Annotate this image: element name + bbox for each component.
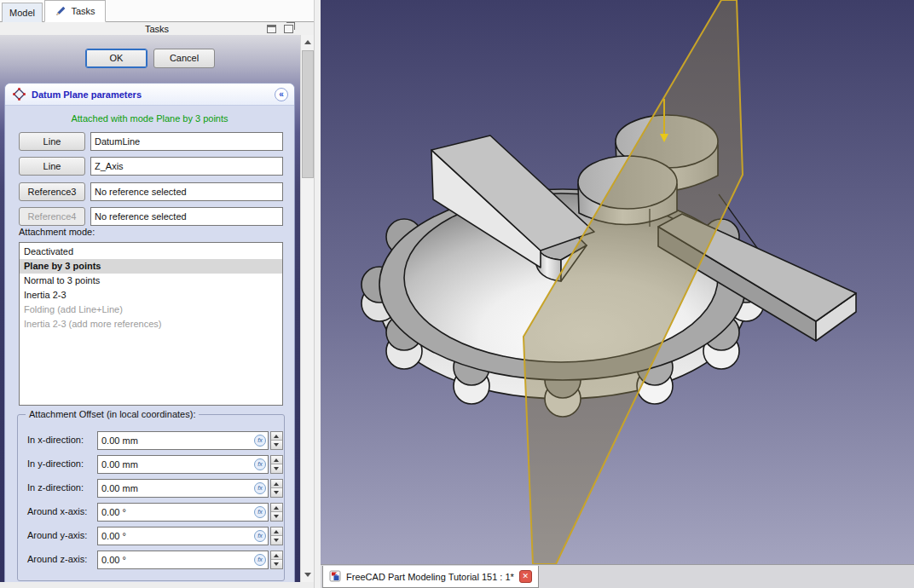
attachment-mode-label: Attachment mode:	[19, 227, 95, 237]
angle-z-label: Around z-axis:	[27, 554, 87, 564]
angle-y-label: Around y-axis:	[27, 530, 87, 540]
attachment-mode-list[interactable]: Deactivated Plane by 3 points Normal to …	[19, 242, 283, 406]
offset-y-stepper[interactable]	[270, 455, 283, 474]
spin-down-icon[interactable]	[271, 464, 282, 473]
mode-deactivated[interactable]: Deactivated	[20, 245, 282, 259]
offset-row: In y-direction: fx	[18, 455, 284, 474]
3d-scene	[321, 0, 914, 564]
angle-y-input[interactable]	[98, 527, 252, 545]
reference-row: Line	[5, 132, 294, 151]
expression-icon[interactable]: fx	[254, 506, 266, 518]
spin-up-icon[interactable]	[271, 432, 282, 441]
angle-y-field: fx	[97, 527, 269, 545]
offset-y-field: fx	[97, 455, 269, 474]
offset-y-input[interactable]	[98, 456, 252, 473]
reference2-input[interactable]	[90, 157, 283, 176]
tasks-titlebar: Tasks	[0, 23, 314, 35]
angle-z-stepper[interactable]	[270, 551, 283, 569]
angle-y-stepper[interactable]	[270, 527, 283, 545]
offset-y-label: In y-direction:	[27, 458, 84, 469]
offset-x-stepper[interactable]	[270, 431, 283, 450]
mode-inertia-more-refs: Inertia 2-3 (add more references)	[20, 317, 282, 331]
expression-icon[interactable]: fx	[254, 435, 266, 447]
freecad-window: Model Tasks Tasks OK Cancel	[0, 0, 914, 588]
reference-row: Line	[5, 157, 294, 176]
statusbar-strip	[0, 582, 314, 588]
document-tab[interactable]: FreeCAD Part Modeling Tutorial 151 : 1* …	[322, 566, 539, 588]
offset-z-field: fx	[97, 479, 269, 498]
mode-normal-to-3-points[interactable]: Normal to 3 points	[20, 274, 282, 288]
offset-z-input[interactable]	[98, 480, 252, 497]
attachment-offset-legend: Attachment Offset (in local coordinates)…	[26, 409, 199, 419]
angle-x-label: Around x-axis:	[27, 506, 87, 516]
scroll-up-icon[interactable]	[301, 35, 315, 49]
offset-x-field: fx	[97, 431, 269, 450]
tab-tasks[interactable]: Tasks	[44, 0, 106, 22]
taskbox-title: Datum Plane parameters	[32, 89, 142, 100]
scroll-down-icon[interactable]	[301, 568, 315, 582]
attachment-status: Attached with mode Plane by 3 points	[5, 113, 294, 124]
ok-button[interactable]: OK	[85, 49, 148, 68]
angle-x-field: fx	[97, 503, 269, 522]
close-icon[interactable]: ✕	[519, 570, 532, 583]
datum-plane-taskbox: Datum Plane parameters « Attached with m…	[4, 83, 295, 582]
3d-viewport[interactable]	[321, 0, 914, 564]
angle-z-field: fx	[97, 551, 269, 569]
dock-icon[interactable]	[267, 25, 276, 33]
reference3-button[interactable]: Reference3	[19, 182, 85, 201]
reference-row: Reference3	[5, 182, 294, 201]
scrollbar-thumb[interactable]	[302, 50, 314, 178]
offset-row: In x-direction: fx	[18, 431, 284, 450]
collapse-icon[interactable]: «	[275, 88, 288, 101]
tab-model-label: Model	[9, 8, 35, 18]
mode-plane-by-3-points[interactable]: Plane by 3 points	[20, 259, 282, 274]
reference4-button: Reference4	[19, 207, 85, 226]
offset-z-stepper[interactable]	[270, 479, 283, 498]
taskbox-header[interactable]: Datum Plane parameters «	[5, 84, 294, 106]
mode-folding: Folding (add Line+Line)	[20, 303, 282, 317]
spin-down-icon[interactable]	[271, 560, 282, 568]
spin-up-icon[interactable]	[271, 480, 282, 488]
expression-icon[interactable]: fx	[254, 530, 266, 542]
panel-splitter[interactable]	[314, 0, 321, 588]
spin-up-icon[interactable]	[271, 551, 282, 560]
offset-x-input[interactable]	[98, 432, 252, 449]
expression-icon[interactable]: fx	[254, 458, 266, 470]
document-tabbar: FreeCAD Part Modeling Tutorial 151 : 1* …	[321, 564, 914, 588]
spin-down-icon[interactable]	[271, 512, 282, 521]
document-tab-label: FreeCAD Part Modeling Tutorial 151 : 1*	[346, 572, 514, 582]
angle-x-input[interactable]	[98, 504, 252, 521]
angle-z-input[interactable]	[98, 551, 252, 568]
reference4-input[interactable]	[90, 207, 283, 226]
mode-inertia-2-3[interactable]: Inertia 2-3	[20, 288, 282, 303]
float-icon[interactable]	[284, 25, 293, 33]
attachment-offset-group: Attachment Offset (in local coordinates)…	[17, 414, 285, 581]
spin-up-icon[interactable]	[271, 504, 282, 512]
reference1-input[interactable]	[90, 132, 283, 151]
spin-down-icon[interactable]	[271, 441, 282, 449]
tab-model[interactable]: Model	[2, 3, 43, 22]
panel-scrollbar[interactable]	[300, 35, 314, 582]
offset-row: Around z-axis: fx	[18, 551, 284, 569]
cancel-button[interactable]: Cancel	[153, 49, 215, 68]
angle-x-stepper[interactable]	[270, 503, 283, 522]
offset-row: Around y-axis: fx	[18, 527, 284, 545]
spin-down-icon[interactable]	[271, 536, 282, 545]
pencil-icon	[55, 5, 67, 17]
offset-z-label: In z-direction:	[27, 482, 84, 493]
tasks-panel: Model Tasks Tasks OK Cancel	[0, 0, 314, 588]
panel-tabbar: Model Tasks	[0, 0, 314, 22]
spin-up-icon[interactable]	[271, 527, 282, 536]
datum-plane-icon	[12, 87, 26, 101]
offset-row: Around x-axis: fx	[18, 503, 284, 522]
reference1-button[interactable]: Line	[19, 132, 85, 151]
reference2-button[interactable]: Line	[19, 157, 85, 176]
spin-up-icon[interactable]	[271, 456, 282, 464]
spin-down-icon[interactable]	[271, 488, 282, 497]
reference3-input[interactable]	[90, 182, 283, 201]
tasks-content: OK Cancel Datum Plane parameters	[0, 35, 300, 582]
tab-tasks-label: Tasks	[71, 6, 95, 16]
expression-icon[interactable]: fx	[254, 482, 266, 494]
expression-icon[interactable]: fx	[254, 554, 266, 566]
offset-row: In z-direction: fx	[18, 479, 284, 498]
